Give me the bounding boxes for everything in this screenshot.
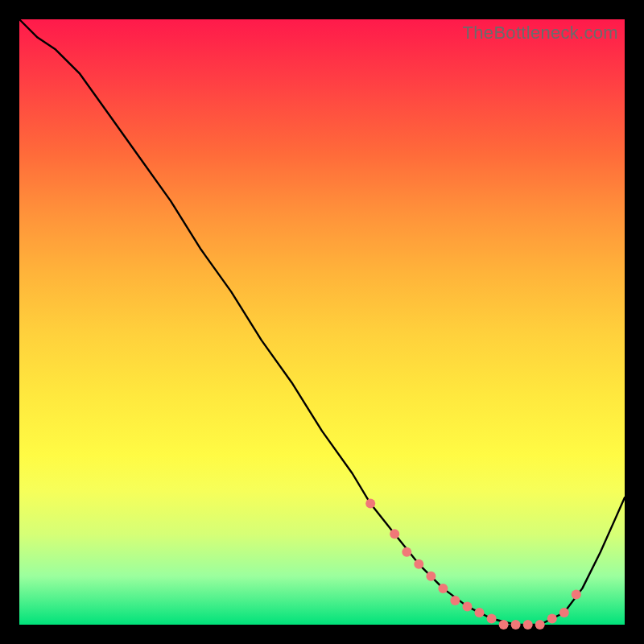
highlight-dot [535, 620, 545, 630]
highlight-dot [475, 608, 485, 617]
highlight-dot [402, 547, 411, 557]
highlight-dot [559, 608, 569, 617]
highlight-dot [572, 589, 581, 599]
highlight-dot [426, 572, 436, 581]
chart-canvas: TheBottleneck.com [19, 19, 625, 625]
highlight-dot [365, 499, 375, 509]
highlight-dot [523, 620, 533, 630]
highlight-dot [390, 529, 399, 539]
highlight-dot [499, 620, 509, 630]
highlight-dot [438, 584, 448, 593]
chart-overlay [19, 19, 625, 625]
curve-path [19, 19, 625, 625]
highlight-dot [463, 601, 473, 611]
highlight-dot [511, 620, 521, 630]
highlight-dot [547, 614, 557, 624]
highlight-dot [414, 559, 423, 569]
highlight-dot [450, 596, 460, 605]
highlight-dot [487, 614, 497, 624]
